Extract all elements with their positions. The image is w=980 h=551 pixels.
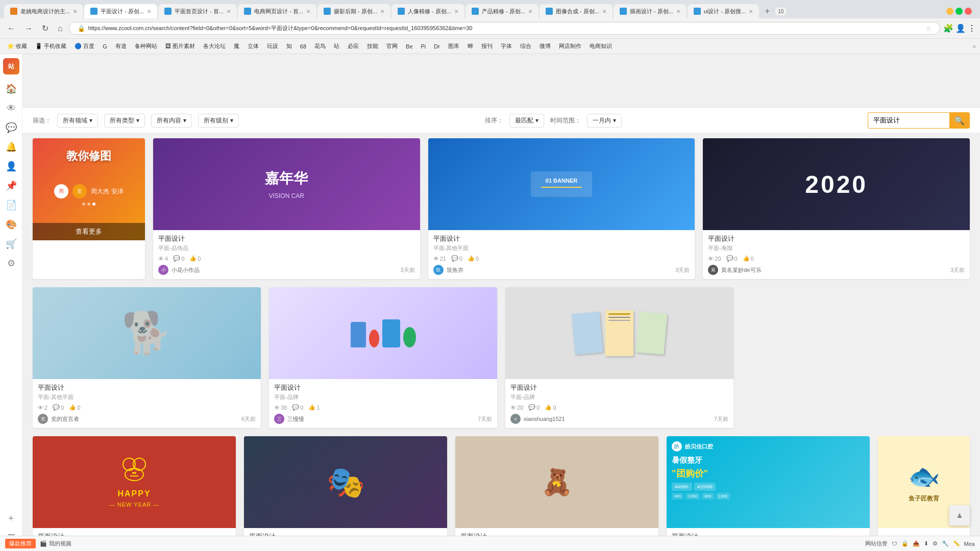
bookmark-mo[interactable]: 魔: [231, 41, 242, 51]
back-button[interactable]: ←: [4, 23, 18, 34]
site-credit[interactable]: 网站信誉: [865, 540, 888, 547]
extension-icon[interactable]: 🧩: [943, 23, 953, 33]
filter-content[interactable]: 所有内容 ▾: [151, 114, 192, 128]
sidebar-icon-settings[interactable]: ⚙: [2, 254, 20, 272]
tab-close-icon[interactable]: ✕: [676, 9, 680, 14]
tab-close-icon[interactable]: ✕: [749, 9, 753, 14]
maximize-button[interactable]: [955, 8, 963, 15]
tab-close-icon[interactable]: ✕: [306, 9, 310, 14]
card-1-3[interactable]: 01 BANNER 平面设计 平面-其他平面 👁 21 💬 0 👍 0 筑 筑鱼…: [428, 138, 695, 279]
bookmark-shop[interactable]: 网店制作: [556, 41, 584, 51]
sort-match[interactable]: 最匹配 ▾: [509, 114, 544, 128]
bookmark-bing[interactable]: 必应: [345, 41, 362, 51]
tab-4[interactable]: 摄影后期 - 原创... ✕: [317, 4, 390, 18]
close-button[interactable]: [965, 8, 972, 15]
card-1-4[interactable]: 2020 平面设计 平面-海报 👁 20 💬 0 👍 0 莫 莫名某妙de可乐 …: [703, 138, 970, 279]
tab-close-icon[interactable]: ✕: [227, 9, 231, 14]
bookmark-bk[interactable]: 报刊: [478, 41, 496, 51]
sidebar-icon-eye[interactable]: 👁: [2, 99, 20, 117]
refresh-button[interactable]: ↻: [39, 22, 52, 34]
bookmark-font[interactable]: 字体: [498, 41, 515, 51]
bookmark-zcool[interactable]: 站: [331, 41, 342, 51]
sort-time[interactable]: 一月内 ▾: [587, 114, 622, 128]
tab-close-icon[interactable]: ✕: [454, 9, 458, 14]
filter-level[interactable]: 所有级别 ▾: [198, 114, 239, 128]
sidebar-icon-user[interactable]: 👤: [2, 157, 20, 176]
search-input[interactable]: [868, 112, 949, 129]
sidebar-icon-bookmark[interactable]: 📌: [2, 177, 20, 195]
tab-7[interactable]: 图像合成 - 原创... ✕: [540, 4, 612, 18]
bookmark-wanshe[interactable]: 玩设: [264, 41, 281, 51]
bookmark-立体[interactable]: 立体: [244, 41, 262, 51]
bookmark-chan[interactable]: 蝉: [464, 41, 476, 51]
filter-type[interactable]: 所有类型 ▾: [104, 114, 145, 128]
bookmark-favorites[interactable]: ⭐ 收藏: [4, 41, 30, 51]
bookmark-sites[interactable]: 备种网站: [132, 41, 160, 51]
card-more[interactable]: 教你修图 周 安 周大杰 安泽 查看更多: [33, 138, 145, 279]
tab-close-icon[interactable]: ✕: [147, 9, 151, 14]
tab-9[interactable]: ui设计 - 原创搜... ✕: [688, 4, 760, 18]
sidebar-icon-design[interactable]: 🎨: [2, 215, 20, 234]
bookmark-images[interactable]: 🖼 图片素材: [162, 41, 198, 51]
minimize-button[interactable]: [946, 8, 953, 15]
menu-icon[interactable]: ⋮: [968, 23, 976, 33]
scroll-top-button[interactable]: ▲: [949, 505, 970, 525]
tab-2[interactable]: 平面首页设计 - 首... ✕: [158, 4, 237, 18]
sidebar-add-button[interactable]: +: [2, 509, 20, 528]
home-button[interactable]: ⌂: [55, 23, 66, 34]
tab-close-icon[interactable]: ✕: [528, 9, 532, 14]
card-2-1[interactable]: 🐕 平面设计 平面-其他平面 👁 2 💬 0 👍 0 党 党的宣言者 6天前: [33, 287, 261, 428]
sidebar-icon-notify[interactable]: 🔔: [2, 138, 20, 156]
hot-recommend[interactable]: 爆款推荐: [5, 539, 36, 548]
sidebar-icon-article[interactable]: 📄: [2, 196, 20, 214]
bookmark-pi[interactable]: Pi: [418, 42, 429, 51]
card-3-2[interactable]: 🎭 平面设计: [244, 436, 447, 546]
tab-8[interactable]: 插画设计 - 原创... ✕: [614, 4, 687, 18]
bookmark-g[interactable]: G: [100, 42, 110, 51]
bookmark-zh[interactable]: 综合: [517, 41, 534, 51]
bookmark-weibo[interactable]: 微博: [536, 41, 554, 51]
ad-card[interactable]: 🐟 鱼子匠教育: [878, 436, 970, 546]
star-icon[interactable]: ☆: [926, 25, 932, 32]
bookmark-ec[interactable]: 电商知识: [586, 41, 615, 51]
bookmark-gw[interactable]: 官网: [383, 41, 401, 51]
tab-1[interactable]: 平面设计 - 原创... ✕: [84, 4, 157, 18]
card-3-1[interactable]: HAPPY — NEW YEAR — 平面设计: [33, 436, 236, 546]
tab-5[interactable]: 人像精修 - 原创... ✕: [391, 4, 464, 18]
search-button[interactable]: 🔍: [949, 112, 970, 129]
card-2-2[interactable]: 平面设计 平面-品牌 👁 38 💬 0 👍 1 三 三慢慢 7天前: [269, 287, 497, 428]
url-bar[interactable]: 🔒 https://www.zcool.com.cn/search/conten…: [69, 22, 940, 35]
tab-close-icon[interactable]: ✕: [380, 9, 384, 14]
tab-0[interactable]: 老姚电商设计的主... ✕: [4, 4, 83, 18]
new-tab-button[interactable]: +: [760, 4, 774, 18]
tab-3[interactable]: 电商网页设计 - 首... ✕: [238, 4, 316, 18]
card-3-4[interactable]: 皓 皓贝佳口腔 暑假整牙 "团购价" ¥4999- ¥15999 400 100…: [667, 436, 870, 546]
bookmark-dr[interactable]: Dr: [431, 42, 443, 51]
stat-likes: 👍 0: [743, 255, 754, 262]
card-1-2[interactable]: 嘉年华 VISION CAR 平面设计 平面-品传品 👁 4 💬 0 👍 0 小…: [153, 138, 420, 279]
bookmarks-more[interactable]: »: [972, 43, 976, 50]
site-logo[interactable]: 站: [3, 58, 19, 74]
bookmark-youdao[interactable]: 有道: [112, 41, 130, 51]
bookmark-flower[interactable]: 花鸟: [311, 41, 329, 51]
bookmark-forums[interactable]: 各大论坛: [200, 41, 229, 51]
card-3-3[interactable]: 🧸 平面设计: [455, 436, 658, 546]
tab-close-icon[interactable]: ✕: [602, 9, 606, 14]
bookmark-68[interactable]: 68: [297, 42, 309, 51]
bookmark-baidu[interactable]: 🔵 百度: [71, 41, 97, 51]
sidebar-icon-message[interactable]: 💬: [2, 118, 20, 137]
card-2-3[interactable]: 平面设计 平面-品牌 👁 20 💬 0 👍 0 x xiaoshuang1521…: [505, 287, 733, 428]
profile-icon[interactable]: 👤: [955, 23, 966, 33]
bookmark-mobile[interactable]: 📱 手机收藏: [32, 41, 69, 51]
bookmark-be[interactable]: Be: [403, 42, 415, 51]
forward-button[interactable]: →: [21, 23, 36, 34]
tab-6[interactable]: 产品精修 - 原创... ✕: [465, 4, 538, 18]
sidebar-icon-shop[interactable]: 🛒: [2, 235, 20, 253]
filter-domain[interactable]: 所有领域 ▾: [57, 114, 98, 128]
bookmark-tk[interactable]: 图库: [445, 41, 462, 51]
my-video[interactable]: 🎬 我的视频: [40, 540, 71, 547]
sidebar-icon-home[interactable]: 🏠: [2, 80, 20, 98]
bookmark-jn[interactable]: 技能: [364, 41, 381, 51]
tab-close-icon[interactable]: ✕: [73, 9, 77, 14]
bookmark-zhi[interactable]: 知: [283, 41, 295, 51]
